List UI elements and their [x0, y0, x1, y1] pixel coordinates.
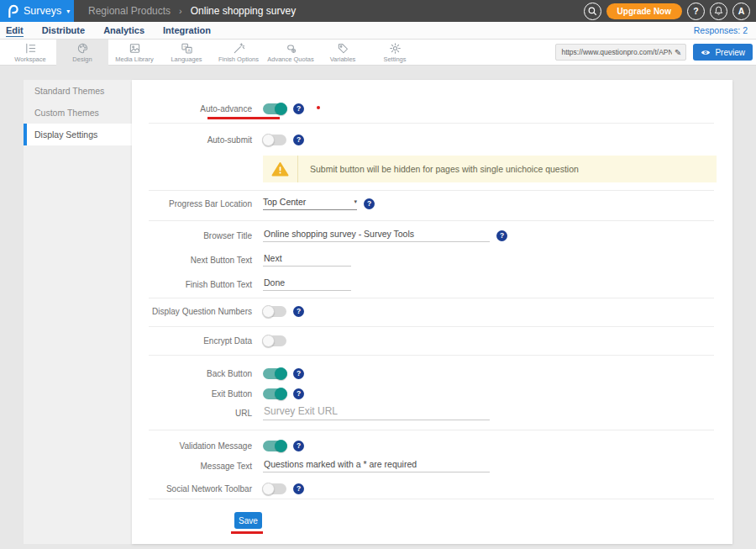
display-question-numbers-toggle[interactable]: [263, 306, 286, 317]
divider: [149, 220, 714, 221]
eye-icon: [701, 49, 711, 56]
exit-url-input[interactable]: [263, 405, 490, 420]
annotation-red-dot: [317, 106, 320, 109]
message-text-input[interactable]: [263, 459, 490, 472]
chevron-down-icon: ▾: [354, 198, 357, 205]
validation-message-toggle[interactable]: [263, 441, 286, 451]
sidebar-item-standard-themes[interactable]: Standard Themes: [24, 80, 132, 102]
toggle-knob: [275, 440, 287, 452]
tab-distribute[interactable]: Distribute: [42, 24, 85, 36]
bell-icon: [714, 6, 723, 16]
toolbar-item-variables[interactable]: Variables: [317, 40, 369, 66]
toolbar-right: ✎ Preview: [555, 44, 753, 61]
variables-icon: [337, 43, 349, 55]
validation-message-row: Validation Message ?: [132, 438, 732, 453]
toolbar-item-languages[interactable]: 文A Languages: [160, 40, 213, 66]
browser-title-help-icon[interactable]: ?: [496, 230, 507, 241]
progress-bar-help-icon[interactable]: ?: [364, 198, 375, 209]
settings-icon: [389, 43, 402, 55]
display-question-numbers-help-icon[interactable]: ?: [293, 306, 304, 317]
upgrade-button[interactable]: Upgrade Now: [606, 3, 682, 19]
back-button-row: Back Button ?: [132, 366, 732, 381]
social-network-toolbar-toggle[interactable]: [263, 483, 286, 494]
exit-button-toggle[interactable]: [263, 388, 286, 399]
finish-button-text-row: Finish Button Text: [132, 277, 732, 292]
browser-title-input[interactable]: [263, 229, 490, 242]
browser-title-row: Browser Title ?: [132, 228, 732, 243]
design-sidebar: Standard Themes Custom Themes Display Se…: [24, 80, 132, 544]
auto-submit-toggle[interactable]: [263, 135, 286, 145]
help-button[interactable]: ?: [687, 3, 705, 20]
svg-text:A: A: [187, 48, 191, 53]
progress-bar-location-select[interactable]: Top Center ▾: [263, 197, 357, 210]
social-network-toolbar-help-icon[interactable]: ?: [293, 483, 304, 494]
sidebar-item-custom-themes[interactable]: Custom Themes: [24, 102, 132, 124]
back-button-toggle[interactable]: [263, 368, 286, 379]
toggle-knob: [262, 483, 275, 495]
exit-url-row: URL: [132, 404, 732, 421]
tab-analytics[interactable]: Analytics: [103, 24, 144, 36]
warning-banner: Submit button will be hidden for pages w…: [263, 156, 717, 182]
auto-advance-help-icon[interactable]: ?: [293, 103, 304, 114]
toggle-knob: [262, 335, 275, 347]
toolbar-item-advance-quotas[interactable]: Advance Quotas: [265, 40, 317, 66]
avatar[interactable]: A: [732, 3, 750, 20]
encrypt-data-row: Encrypt Data: [132, 333, 732, 348]
message-text-row: Message Text: [132, 458, 732, 473]
display-question-numbers-row: Display Question Numbers ?: [132, 304, 732, 319]
brand-label: Surveys: [24, 5, 61, 17]
media-library-icon: [129, 43, 141, 55]
divider: [149, 123, 714, 124]
notifications-button[interactable]: [710, 3, 727, 20]
breadcrumb: Regional Products › Online shopping surv…: [88, 0, 296, 22]
sidebar-item-display-settings[interactable]: Display Settings: [24, 124, 132, 145]
surveys-menu[interactable]: Surveys ▾: [0, 0, 74, 22]
preview-label: Preview: [715, 48, 745, 57]
breadcrumb-current: Online shopping survey: [191, 5, 296, 17]
auto-advance-label: Auto-advance: [132, 104, 252, 113]
annotation-underline-save: [231, 531, 263, 534]
breadcrumb-parent[interactable]: Regional Products: [88, 5, 171, 17]
toolbar-item-media-library[interactable]: Media Library: [108, 40, 160, 66]
save-button[interactable]: Save: [234, 512, 262, 529]
toolbar-item-finish-options[interactable]: Finish Options: [213, 40, 265, 66]
tab-integration[interactable]: Integration: [163, 24, 211, 36]
toolbar-item-workspace[interactable]: Workspace: [4, 40, 56, 66]
divider: [149, 430, 714, 430]
chevron-down-icon: ▾: [66, 8, 70, 15]
survey-url-input[interactable]: [556, 48, 675, 56]
edit-url-icon[interactable]: ✎: [675, 48, 685, 57]
annotation-underline-auto-advance: [207, 117, 280, 119]
validation-message-help-icon[interactable]: ?: [293, 441, 304, 451]
warning-text: Submit button will be hidden for pages w…: [298, 164, 579, 174]
toggle-knob: [262, 134, 275, 146]
divider: [149, 326, 714, 327]
progress-bar-location-value: Top Center: [263, 197, 306, 207]
responses-count[interactable]: Responses: 2: [694, 25, 748, 35]
finish-button-text-input[interactable]: [263, 277, 351, 291]
validation-message-label: Validation Message: [132, 441, 252, 451]
exit-button-help-icon[interactable]: ?: [293, 388, 304, 399]
back-button-help-icon[interactable]: ?: [293, 368, 304, 379]
auto-submit-row: Auto-submit ?: [132, 132, 732, 147]
toggle-knob: [275, 103, 287, 115]
auto-advance-row: Auto-advance ?: [132, 101, 732, 116]
auto-submit-help-icon[interactable]: ?: [293, 135, 304, 145]
topbar-actions: Upgrade Now ? A: [584, 2, 750, 20]
toolbar-item-design[interactable]: Design: [56, 40, 108, 66]
finish-button-text-label: Finish Button Text: [132, 280, 252, 289]
next-button-text-input[interactable]: [263, 253, 351, 267]
toolbar-items: Workspace Design Media Library 文A Langua…: [4, 40, 421, 66]
encrypt-data-toggle[interactable]: [263, 335, 286, 346]
toolbar-item-settings[interactable]: Settings: [369, 40, 421, 66]
auto-advance-toggle[interactable]: [263, 103, 286, 114]
search-button[interactable]: [584, 3, 601, 20]
next-button-text-label: Next Button Text: [132, 256, 252, 265]
survey-url-box: ✎: [555, 44, 686, 61]
toggle-knob: [262, 305, 275, 318]
divider: [149, 355, 714, 356]
next-button-text-row: Next Button Text: [132, 252, 732, 267]
preview-button[interactable]: Preview: [693, 44, 753, 61]
tab-edit[interactable]: Edit: [6, 24, 24, 37]
toggle-knob: [275, 388, 287, 400]
